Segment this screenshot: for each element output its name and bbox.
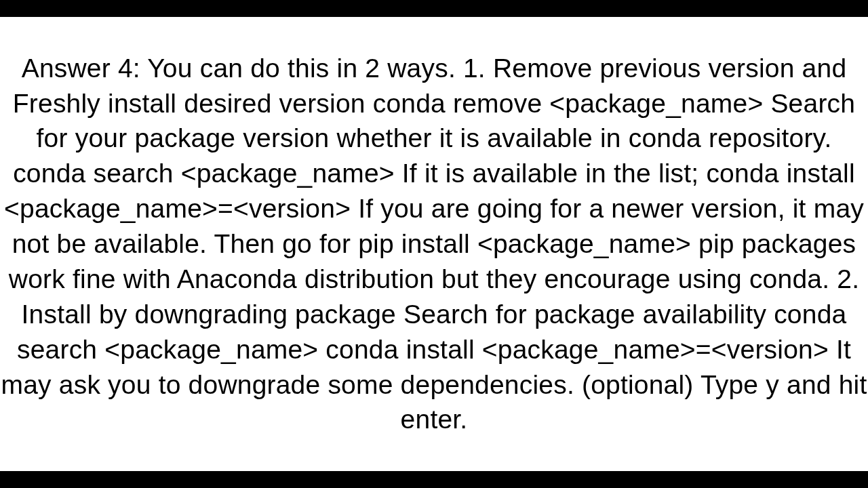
content-area: Answer 4: You can do this in 2 ways. 1. …	[0, 17, 868, 471]
answer-text: Answer 4: You can do this in 2 ways. 1. …	[0, 51, 868, 437]
